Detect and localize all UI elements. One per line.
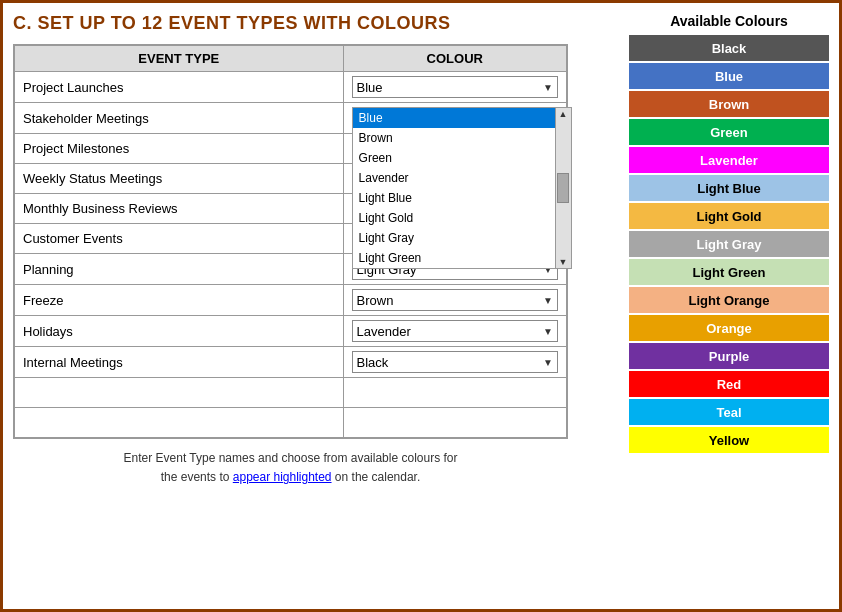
colour-cell: Brown▼ (343, 285, 566, 316)
dropdown-item[interactable]: Light Gray (353, 228, 555, 248)
colour-dropdown-display[interactable]: Brown▼ (352, 289, 558, 311)
table-row: Project LaunchesBlue▼ (15, 72, 567, 103)
colour-swatch: Purple (629, 343, 829, 369)
colour-cell: Lavender▼ (343, 316, 566, 347)
colour-dropdown-display[interactable]: Lavender▼ (352, 320, 558, 342)
dropdown-item[interactable]: Lavender (353, 168, 555, 188)
dropdown-container[interactable]: Blue▼BlueBrownGreenLavenderLight BlueLig… (352, 107, 558, 129)
colour-list: BlackBlueBrownGreenLavenderLight BlueLig… (629, 35, 829, 453)
colour-swatch: Green (629, 119, 829, 145)
colour-swatch: Light Orange (629, 287, 829, 313)
colour-swatch: Light Gray (629, 231, 829, 257)
page-title: C. SET UP TO 12 EVENT TYPES WITH COLOURS (13, 13, 614, 34)
table-row: Internal MeetingsBlack▼ (15, 347, 567, 378)
event-type-cell: Project Launches (15, 72, 344, 103)
colour-dropdown-display[interactable]: Black▼ (352, 351, 558, 373)
footer-line2-post: on the calendar. (332, 470, 421, 484)
col-header-event: EVENT TYPE (15, 46, 344, 72)
event-table-wrapper: EVENT TYPE COLOUR Project LaunchesBlue▼S… (13, 44, 568, 439)
colour-swatch: Orange (629, 315, 829, 341)
table-row (15, 408, 567, 438)
dropdown-item[interactable]: Brown (353, 128, 555, 148)
event-type-cell: Planning (15, 254, 344, 285)
colour-swatch: Light Green (629, 259, 829, 285)
event-type-cell: Holidays (15, 316, 344, 347)
colour-swatch: Black (629, 35, 829, 61)
scroll-thumb[interactable] (557, 173, 569, 203)
table-row (15, 378, 567, 408)
colour-swatch: Brown (629, 91, 829, 117)
footer-link: appear highlighted (233, 470, 332, 484)
table-row: Stakeholder MeetingsBlue▼BlueBrownGreenL… (15, 103, 567, 134)
colour-dropdown-display[interactable]: Blue▼ (352, 76, 558, 98)
colour-swatch: Blue (629, 63, 829, 89)
event-type-cell: Internal Meetings (15, 347, 344, 378)
footer-text: Enter Event Type names and choose from a… (13, 449, 568, 487)
colour-swatch: Lavender (629, 147, 829, 173)
colour-swatch: Light Gold (629, 203, 829, 229)
colour-cell (343, 408, 566, 438)
event-type-cell: Project Milestones (15, 134, 344, 164)
scroll-down-arrow[interactable]: ▼ (559, 257, 568, 267)
colour-swatch: Yellow (629, 427, 829, 453)
available-colours-title: Available Colours (629, 13, 829, 29)
scroll-up-arrow[interactable]: ▲ (559, 109, 568, 119)
colour-swatch: Teal (629, 399, 829, 425)
event-type-cell (15, 378, 344, 408)
available-colours-panel: Available Colours BlackBlueBrownGreenLav… (629, 13, 829, 599)
dropdown-open: BlueBrownGreenLavenderLight BlueLight Go… (352, 107, 572, 269)
event-table: EVENT TYPE COLOUR Project LaunchesBlue▼S… (14, 45, 567, 438)
colour-swatch: Red (629, 371, 829, 397)
event-type-cell: Weekly Status Meetings (15, 164, 344, 194)
footer-line1: Enter Event Type names and choose from a… (124, 451, 458, 465)
footer-line2-pre: the events to (161, 470, 233, 484)
dropdown-item[interactable]: Light Blue (353, 188, 555, 208)
colour-cell: Blue▼ (343, 72, 566, 103)
event-type-cell: Monthly Business Reviews (15, 194, 344, 224)
event-type-cell: Stakeholder Meetings (15, 103, 344, 134)
colour-cell: Blue▼BlueBrownGreenLavenderLight BlueLig… (343, 103, 566, 134)
dropdown-item[interactable]: Light Green (353, 248, 555, 268)
dropdown-item[interactable]: Green (353, 148, 555, 168)
colour-swatch: Light Blue (629, 175, 829, 201)
colour-cell (343, 378, 566, 408)
col-header-colour: COLOUR (343, 46, 566, 72)
table-row: HolidaysLavender▼ (15, 316, 567, 347)
event-type-cell: Freeze (15, 285, 344, 316)
table-row: FreezeBrown▼ (15, 285, 567, 316)
dropdown-item[interactable]: Blue (353, 108, 555, 128)
event-type-cell (15, 408, 344, 438)
event-type-cell: Customer Events (15, 224, 344, 254)
dropdown-item[interactable]: Light Gold (353, 208, 555, 228)
colour-cell: Black▼ (343, 347, 566, 378)
